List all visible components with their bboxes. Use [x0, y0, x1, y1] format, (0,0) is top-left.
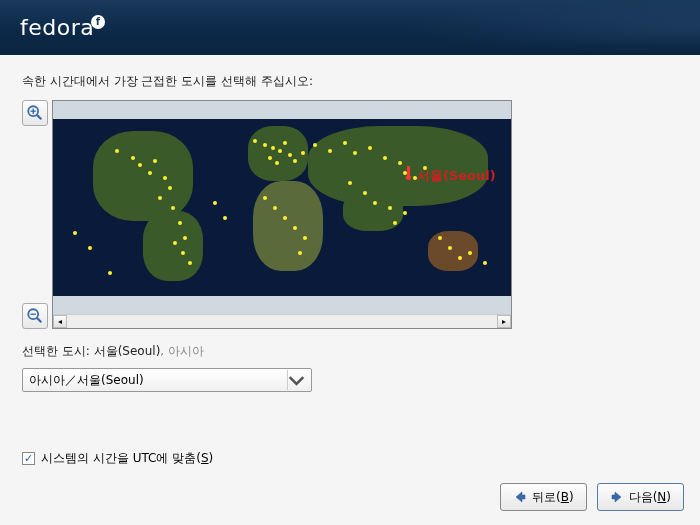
svg-line-5 [37, 318, 42, 323]
map-area: 서울(Seoul) ◂ ▸ [22, 100, 678, 329]
zoom-out-button[interactable] [22, 303, 48, 329]
scroll-right-icon[interactable]: ▸ [497, 315, 511, 328]
selected-city-value: 서울(Seoul) [94, 344, 161, 358]
zoom-controls [22, 100, 48, 329]
selected-city-marker [406, 172, 414, 180]
back-button[interactable]: 뒤로(B) [500, 483, 587, 511]
utc-checkbox-label[interactable]: 시스템의 시간을 UTC에 맞춤(S) [41, 450, 213, 467]
chevron-down-icon [287, 370, 305, 390]
selected-city-prefix: 선택한 도시: [22, 344, 94, 358]
svg-line-1 [37, 115, 42, 120]
timezone-dropdown[interactable]: 아시아／서울(Seoul) [22, 368, 312, 392]
scroll-left-icon[interactable]: ◂ [53, 315, 67, 328]
timezone-dropdown-row: 아시아／서울(Seoul) [22, 368, 678, 392]
map-viewport: 서울(Seoul) ◂ ▸ [52, 100, 512, 329]
utc-checkbox-row: ✓ 시스템의 시간을 UTC에 맞춤(S) [22, 450, 678, 467]
fedora-f-icon: f [91, 15, 105, 29]
timezone-dropdown-value: 아시아／서울(Seoul) [29, 372, 287, 389]
map-horizontal-scrollbar[interactable]: ◂ ▸ [53, 314, 511, 328]
next-button[interactable]: 다음(N) [597, 483, 684, 511]
fedora-logo: fedoraf [20, 15, 105, 40]
timezone-prompt: 속한 시간대에서 가장 근접한 도시를 선택해 주십시오: [22, 73, 678, 90]
selected-city-map-label: 서울(Seoul) [417, 167, 496, 185]
footer-nav: 뒤로(B) 다음(N) [500, 483, 684, 511]
back-button-label: 뒤로(B) [532, 489, 574, 506]
zoom-out-icon [26, 307, 44, 325]
world-map[interactable]: 서울(Seoul) [53, 101, 511, 314]
arrow-right-icon [610, 490, 624, 504]
zoom-in-icon [26, 104, 44, 122]
brand-text: fedora [20, 15, 94, 40]
selected-city-text: 선택한 도시: 서울(Seoul), 아시아 [22, 343, 678, 360]
utc-checkbox[interactable]: ✓ [22, 452, 35, 465]
installer-header: fedoraf [0, 0, 700, 55]
arrow-left-icon [513, 490, 527, 504]
zoom-in-button[interactable] [22, 100, 48, 126]
content-area: 속한 시간대에서 가장 근접한 도시를 선택해 주십시오: [0, 55, 700, 467]
next-button-label: 다음(N) [629, 489, 671, 506]
selected-city-region: , 아시아 [160, 344, 204, 358]
